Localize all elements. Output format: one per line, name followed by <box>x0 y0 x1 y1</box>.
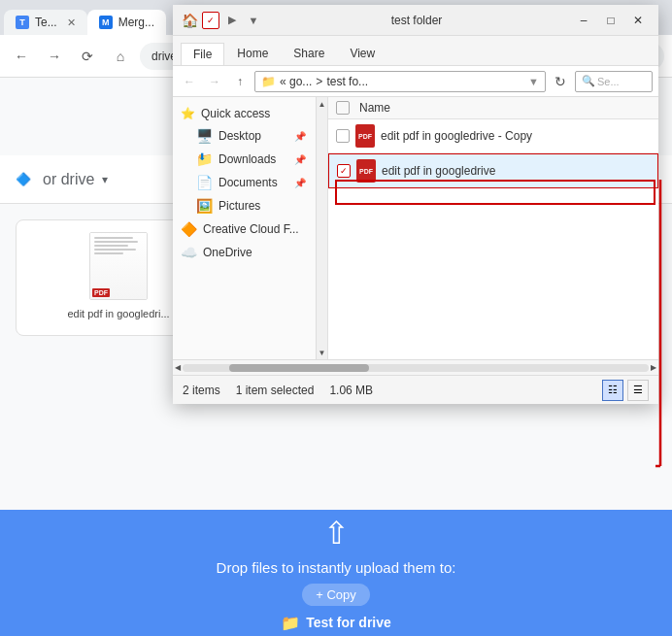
tab1-close[interactable]: ✕ <box>67 17 76 29</box>
file-0-name: edit pdf in googledrive - Copy <box>381 129 651 143</box>
file-row-1[interactable]: ✓ PDF edit pdf in googledrive <box>328 153 658 188</box>
explorer-content: ⭐ Quick access 🖥️ Desktop 📌 📁⬇ Downloads… <box>173 97 658 359</box>
ribbon-tab-home-label: Home <box>237 47 268 60</box>
drive-item-0-thumb: PDF <box>89 232 148 300</box>
file-row-0[interactable]: PDF edit pdf in googledrive - Copy <box>328 119 658 153</box>
ribbon-tab-share[interactable]: Share <box>281 42 337 65</box>
creative-cloud-icon: 🔶 <box>181 221 197 237</box>
search-placeholder: Se... <box>597 76 620 87</box>
titlebar-arrow-icon: ▶ <box>223 12 241 29</box>
drive-item-0-label: edit pdf in googledri... <box>67 308 169 319</box>
ribbon-tab-view[interactable]: View <box>337 42 387 65</box>
nav-scroll-up[interactable]: ▲ <box>317 97 327 111</box>
nav-pictures[interactable]: 🖼️ Pictures <box>173 194 314 218</box>
close-button[interactable]: ✕ <box>625 9 651 32</box>
ribbon-tab-view-label: View <box>350 47 375 60</box>
path-text-folder: test fo... <box>326 75 368 88</box>
titlebar-check-icon: ✓ <box>202 12 219 29</box>
back-button[interactable]: ← <box>8 43 35 70</box>
window-title: test folder <box>268 14 565 27</box>
tab2-label: Merg... <box>118 16 154 29</box>
file-list: Name PDF edit pdf in googledrive - Copy … <box>328 97 658 359</box>
title-bar-icons: 🏠 ✓ ▶ ▼ <box>181 12 262 29</box>
upload-overlay: ⇧ Drop files to instantly upload them to… <box>0 510 672 636</box>
view-toggle-group: ☷ ☰ <box>602 380 649 401</box>
downloads-pin-icon: 📌 <box>294 154 306 165</box>
header-checkbox <box>336 101 355 115</box>
titlebar-dropdown-icon: ▼ <box>245 12 262 29</box>
minimize-button[interactable]: – <box>571 9 596 32</box>
desktop-pin-icon: 📌 <box>294 131 306 142</box>
nav-desktop[interactable]: 🖥️ Desktop 📌 <box>173 124 314 148</box>
hscroll-thumb[interactable] <box>229 364 369 372</box>
upload-arrow-icon: ⇧ <box>323 515 350 552</box>
file-1-pdf-icon: PDF <box>356 159 376 183</box>
details-view-button[interactable]: ☰ <box>627 380 649 401</box>
pdf-badge-0: PDF <box>92 288 110 297</box>
hscroll-track <box>183 364 649 372</box>
path-dropdown-icon[interactable]: ▼ <box>528 76 539 87</box>
creative-cloud-label: Creative Cloud F... <box>203 222 299 236</box>
selected-count: 1 item selected <box>236 384 315 397</box>
ribbon-tab-file[interactable]: File <box>181 43 224 65</box>
ribbon-tab-file-label: File <box>193 48 212 61</box>
file-1-name: edit pdf in googledrive <box>382 164 650 178</box>
explorer-back-button[interactable]: ← <box>179 71 200 92</box>
explorer-forward-button[interactable]: → <box>204 71 225 92</box>
upload-destination: 📁 Test for drive <box>281 614 391 632</box>
ribbon-tab-home[interactable]: Home <box>224 42 281 65</box>
nav-creative-cloud[interactable]: 🔶 Creative Cloud F... <box>173 218 314 241</box>
file-explorer-window: 🏠 ✓ ▶ ▼ test folder – □ ✕ File Home Shar… <box>173 5 658 404</box>
tab1-label: Te... <box>35 16 57 29</box>
hscroll-right-arrow[interactable]: ▶ <box>651 363 656 372</box>
item-count: 2 items <box>183 384 220 397</box>
downloads-label: Downloads <box>218 152 276 166</box>
file-0-checkbox[interactable] <box>336 129 350 143</box>
nav-scroll-down[interactable]: ▼ <box>317 346 327 359</box>
file-size: 1.06 MB <box>329 384 373 397</box>
pictures-folder-icon: 🖼️ <box>196 198 213 214</box>
address-refresh-button[interactable]: ↻ <box>550 71 571 92</box>
explorer-up-button[interactable]: ↑ <box>229 71 251 92</box>
explorer-address-bar: ← → ↑ 📁 « go... > test fo... ▼ ↻ 🔍 Se... <box>173 66 658 97</box>
nav-panel: ⭐ Quick access 🖥️ Desktop 📌 📁⬇ Downloads… <box>173 97 328 359</box>
drive-title: or drive <box>43 171 94 188</box>
browser-tab-2[interactable]: M Merg... <box>87 10 166 35</box>
header-checkbox-box[interactable] <box>336 101 350 115</box>
nav-downloads[interactable]: 📁⬇ Downloads 📌 <box>173 148 314 171</box>
reload-button[interactable]: ⟳ <box>74 43 101 70</box>
path-folder-icon: 📁 <box>261 75 276 88</box>
list-view-button[interactable]: ☷ <box>602 380 623 401</box>
ribbon: File Home Share View <box>173 36 658 66</box>
search-box[interactable]: 🔍 Se... <box>575 71 653 92</box>
nav-onedrive[interactable]: ☁️ OneDrive <box>173 241 314 264</box>
desktop-label: Desktop <box>218 129 261 143</box>
nav-scrollbar[interactable]: ▲ ▼ <box>316 97 327 359</box>
titlebar-folder-icon: 🏠 <box>181 12 198 29</box>
nav-quick-access[interactable]: ⭐ Quick access <box>173 103 314 124</box>
file-1-checkbox[interactable]: ✓ <box>337 164 351 178</box>
upload-text: Drop files to instantly upload them to: <box>217 559 456 576</box>
path-separator: > <box>316 75 322 88</box>
nav-documents[interactable]: 📄 Documents 📌 <box>173 171 314 194</box>
horizontal-scrollbar[interactable]: ◀ ▶ <box>173 359 658 375</box>
ribbon-tab-bar: File Home Share View <box>173 36 658 65</box>
address-path[interactable]: 📁 « go... > test fo... ▼ <box>254 71 546 92</box>
browser-tab-1[interactable]: T Te... ✕ <box>4 10 87 35</box>
maximize-button[interactable]: □ <box>598 9 623 32</box>
hscroll-left-arrow[interactable]: ◀ <box>175 363 181 372</box>
forward-button[interactable]: → <box>41 43 68 70</box>
drive-caret: ▾ <box>102 173 108 186</box>
status-bar: 2 items 1 item selected 1.06 MB ☷ ☰ <box>173 375 658 404</box>
home-button[interactable]: ⌂ <box>107 43 134 70</box>
copy-label: + Copy <box>316 587 356 602</box>
tab1-favicon: T <box>16 16 29 29</box>
window-controls: – □ ✕ <box>571 9 651 32</box>
folder-icon: 📁 <box>281 614 300 632</box>
upload-dest-label: Test for drive <box>306 615 391 630</box>
path-text-go: « go... <box>280 75 312 88</box>
onedrive-icon: ☁️ <box>181 245 197 260</box>
downloads-folder-icon: 📁⬇ <box>196 151 213 167</box>
ribbon-tab-share-label: Share <box>293 47 324 60</box>
upload-copy-button[interactable]: + Copy <box>302 584 370 606</box>
